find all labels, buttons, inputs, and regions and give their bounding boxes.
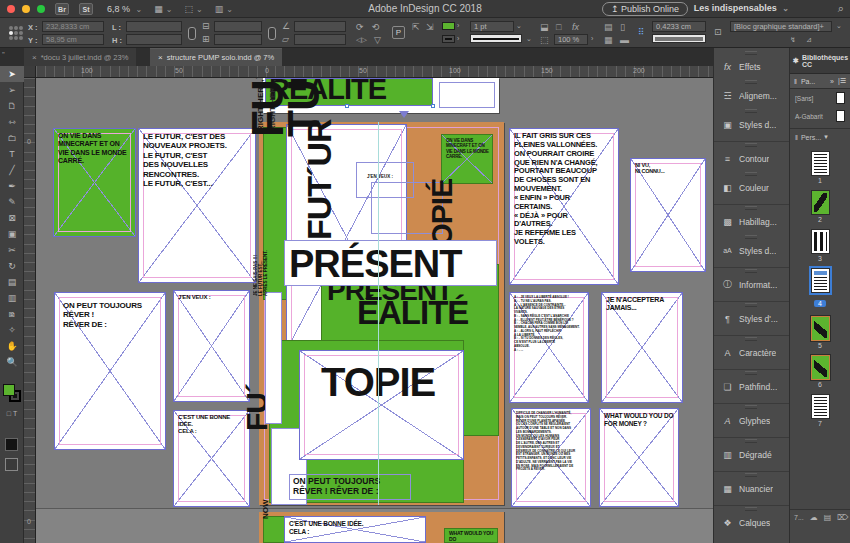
zoom-window-button[interactable] <box>37 5 45 13</box>
fill-swatch[interactable] <box>3 384 15 396</box>
panel-button-styles-caractere[interactable]: aAStyles d... <box>714 240 789 261</box>
master-row-a-gabarit[interactable]: A-Gabarit <box>790 107 850 125</box>
selection-tool[interactable]: ➤ <box>0 66 24 82</box>
clear-override-icon[interactable]: ⊿ <box>806 35 812 45</box>
scale-x-field[interactable] <box>214 21 262 32</box>
flip-horizontal-icon[interactable]: ◁▷ <box>356 35 367 45</box>
panel-button-contour[interactable]: ≡Contour <box>714 148 789 169</box>
fit-content-icon[interactable]: ⇱ <box>412 22 420 32</box>
formatting-text-icon[interactable]: T <box>13 410 17 417</box>
corner-shape-icon[interactable]: □ <box>556 22 561 32</box>
stroke-weight-chevron-icon[interactable]: ⌄ <box>516 21 522 31</box>
page-item-7[interactable]: 7 <box>790 395 850 427</box>
panel-menu-icon[interactable]: |☰ <box>838 77 846 85</box>
what-would-card[interactable]: WHAT WOULD YOU DO <box>444 528 498 543</box>
corner-options-icon[interactable]: ⬓ <box>540 22 549 32</box>
panel-button-pathfinder[interactable]: ❏Pathfind... <box>714 376 789 397</box>
new-page-icon[interactable]: ▤ <box>824 513 832 522</box>
effects-icon[interactable]: fx <box>572 22 579 32</box>
object-style-dropdown[interactable]: [Bloc graphique standard]+ <box>730 21 832 32</box>
pages-panel-tab[interactable]: ‖ Pa... » |☰ <box>790 74 850 89</box>
page-thumbnail[interactable] <box>812 317 829 340</box>
gradient-tool[interactable]: ▤ <box>0 274 24 290</box>
width-field[interactable] <box>126 21 182 32</box>
view-options-icon[interactable]: ▦⌄ <box>154 4 175 14</box>
rotate-cw-icon[interactable]: ⟳ <box>356 22 364 32</box>
note-tool[interactable]: 🗈 <box>0 306 24 322</box>
cc-libraries-header[interactable]: ✱ Bibliothèques CC <box>790 48 850 74</box>
fit-frame-icon[interactable]: ⇲ <box>426 22 434 32</box>
stroke-arrow-icon[interactable]: › <box>457 34 459 44</box>
on-peut-frame[interactable]: ON PEUT TOUJOURS RÊVER ! RÊVER DE : <box>289 474 411 500</box>
draft-card-ni-vu[interactable]: NI VU, NI CONNU... <box>630 158 706 272</box>
panel-button-couleur[interactable]: ◧Couleur <box>714 177 789 198</box>
panel-button-styles-objet[interactable]: ▣Styles d... <box>714 114 789 135</box>
constrain-scale-icon[interactable] <box>268 27 276 40</box>
delete-page-icon[interactable]: ⌦ <box>837 513 848 522</box>
publish-online-button[interactable]: ↥ Publish Online <box>602 2 688 16</box>
formatting-container-icon[interactable]: □ <box>7 410 11 417</box>
pencil-tool[interactable]: ✎ <box>0 194 24 210</box>
close-icon[interactable]: × <box>32 53 37 62</box>
panel-button-degrade[interactable]: ▥Dégradé <box>714 444 789 465</box>
page-item-1[interactable]: 1 <box>790 152 850 184</box>
constrain-dimensions-icon[interactable] <box>188 27 196 40</box>
frame-tool[interactable]: ⊠ <box>0 210 24 226</box>
rotation-angle-field[interactable] <box>294 21 346 32</box>
draft-card-il-fait-gris[interactable]: IL FAIT GRIS SUR CES PLEINES VALLONNÉES.… <box>509 128 619 285</box>
zoom-tool[interactable]: 🔍 <box>0 354 24 370</box>
pen-tool[interactable]: ✒ <box>0 178 24 194</box>
page-thumbnail[interactable] <box>812 356 829 379</box>
apply-color-button[interactable] <box>5 438 18 451</box>
page-thumbnail[interactable] <box>812 152 829 175</box>
horizontal-ruler[interactable]: 100 50 0 50 100 150 200 <box>36 66 713 78</box>
textwrap-below-icon[interactable]: ▬ <box>620 35 629 45</box>
direct-selection-tool[interactable]: ➢ <box>0 82 24 98</box>
stock-icon[interactable]: St <box>79 3 93 15</box>
shear-angle-field[interactable] <box>294 34 346 45</box>
page-item-5[interactable]: 5 <box>790 317 850 349</box>
search-icon[interactable]: ⌕ <box>838 2 844 15</box>
stroke-color-swatch[interactable] <box>442 35 455 43</box>
close-window-button[interactable] <box>7 5 15 13</box>
draft-card-le-futur[interactable]: LE FUTUR, C'EST DES NOUVEAUX PROJETS. LE… <box>138 128 256 283</box>
ruler-origin-corner[interactable] <box>24 66 36 78</box>
fill-color-swatch[interactable] <box>442 22 455 30</box>
opacity-arrow-icon[interactable]: › <box>591 34 593 44</box>
bottom-spread-page[interactable]: NOW C'EST UNE BONNE IDÉE. CELA : WHAT WO… <box>259 512 504 543</box>
free-transform-tool[interactable]: ↻ <box>0 258 24 274</box>
minimize-window-button[interactable] <box>22 5 30 13</box>
ruler-guide[interactable] <box>378 122 379 505</box>
panel-button-nuancier[interactable]: ▦Nuancier <box>714 478 789 499</box>
object-style-chevron-icon[interactable]: ⌄ <box>836 21 842 31</box>
screen-mode-button[interactable] <box>5 458 18 471</box>
selection-handle[interactable] <box>345 104 349 108</box>
wrap-offset-field[interactable]: 0,4233 cm <box>652 21 706 32</box>
page-thumbnail[interactable] <box>812 269 829 292</box>
vertical-ruler[interactable]: 0 0 <box>24 78 36 543</box>
rotate-ccw-icon[interactable]: ⟲ <box>372 22 380 32</box>
page-item-4[interactable]: 4 <box>790 269 850 310</box>
panel-nub-icon[interactable]: ” <box>2 50 5 59</box>
page-tool[interactable]: 🗋 <box>0 98 24 114</box>
stroke-weight-field[interactable]: 1 pt <box>470 21 514 32</box>
textwrap-bound-icon[interactable]: ▯ <box>620 22 625 32</box>
page-item-6[interactable]: 6 <box>790 356 850 388</box>
content-collector-tool[interactable]: 🗀 <box>0 130 24 146</box>
fill-stroke-swatches[interactable] <box>3 384 21 402</box>
draft-card-difficile[interactable]: DIFFICILE DE CHANGER L'HUMANITÉ, MAIS ON… <box>511 408 591 507</box>
opacity-field[interactable]: 100 % <box>554 34 588 45</box>
screen-mode-icon[interactable]: ⬚⌄ <box>184 4 205 14</box>
pages-section-header[interactable]: ‖ Pers... ▾ <box>790 128 850 145</box>
now-strip[interactable]: NOW <box>263 516 285 543</box>
document-canvas[interactable]: RÉALITÉ ON VIE DANS MINECRAFT ET ON VIE … <box>36 78 713 543</box>
textwrap-none-icon[interactable]: ▤ <box>604 22 613 32</box>
scissors-tool[interactable]: ✂ <box>0 242 24 258</box>
bridge-icon[interactable]: Br <box>55 3 69 15</box>
frame-options-icon[interactable]: ⊡ <box>714 27 722 37</box>
tab-docu-3-juillet[interactable]: × *docu 3 juillet.indd @ 23% <box>24 48 136 66</box>
flip-vertical-icon[interactable]: ▽ <box>374 35 381 45</box>
panel-button-informations[interactable]: ⓘInformat... <box>714 274 789 295</box>
line-tool[interactable]: ╱ <box>0 162 24 178</box>
draft-card-bonne-idee[interactable]: C'EST UNE BONNE IDÉE. CELA : <box>173 410 250 507</box>
